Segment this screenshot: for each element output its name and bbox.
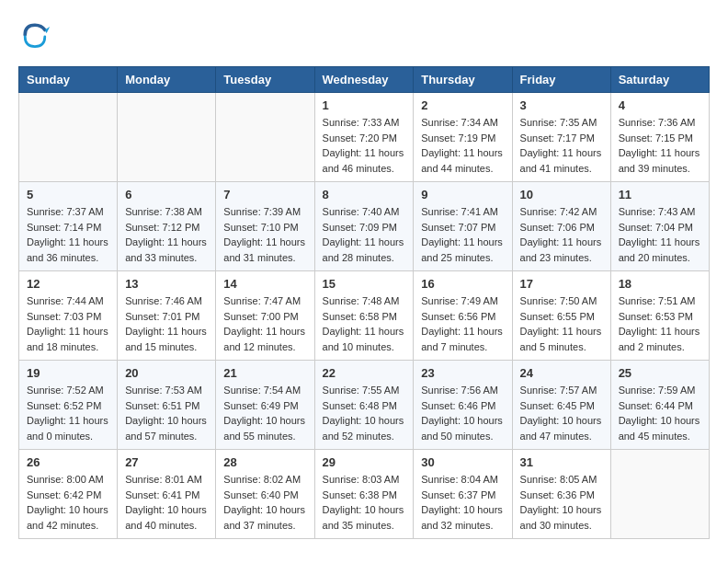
day-number: 6 [125, 188, 208, 201]
calendar-cell: 7Sunrise: 7:39 AMSunset: 7:10 PMDaylight… [216, 182, 314, 271]
sun-info: Sunrise: 7:41 AMSunset: 7:07 PMDaylight:… [421, 204, 504, 265]
day-number: 19 [27, 366, 109, 380]
day-number: 13 [125, 277, 208, 291]
sun-info: Sunrise: 7:57 AMSunset: 6:45 PMDaylight:… [520, 383, 603, 443]
sun-info: Sunrise: 7:42 AMSunset: 7:06 PMDaylight:… [520, 204, 603, 265]
calendar-week-5: 26Sunrise: 8:00 AMSunset: 6:42 PMDayligh… [19, 450, 710, 539]
sun-info: Sunrise: 7:52 AMSunset: 6:52 PMDaylight:… [27, 383, 109, 443]
logo [18, 18, 57, 52]
day-number: 11 [619, 188, 701, 201]
sun-info: Sunrise: 7:43 AMSunset: 7:04 PMDaylight:… [619, 204, 701, 265]
day-number: 21 [223, 366, 306, 380]
calendar-cell: 28Sunrise: 8:02 AMSunset: 6:40 PMDayligh… [216, 450, 314, 539]
day-header-tuesday: Tuesday [216, 67, 314, 93]
day-number: 1 [323, 98, 406, 112]
day-number: 3 [520, 98, 603, 112]
sun-info: Sunrise: 7:35 AMSunset: 7:17 PMDaylight:… [520, 115, 603, 176]
day-header-friday: Friday [512, 67, 610, 93]
sun-info: Sunrise: 7:47 AMSunset: 7:00 PMDaylight:… [223, 293, 306, 354]
calendar-cell: 27Sunrise: 8:01 AMSunset: 6:41 PMDayligh… [118, 450, 216, 539]
calendar-cell [19, 93, 118, 182]
day-number: 17 [520, 277, 603, 291]
sun-info: Sunrise: 7:51 AMSunset: 6:53 PMDaylight:… [619, 293, 701, 354]
day-number: 26 [27, 455, 109, 469]
day-number: 22 [323, 366, 406, 380]
day-header-thursday: Thursday [414, 67, 512, 93]
calendar-cell: 21Sunrise: 7:54 AMSunset: 6:49 PMDayligh… [216, 361, 314, 450]
day-number: 10 [520, 188, 603, 201]
sun-info: Sunrise: 8:05 AMSunset: 6:36 PMDaylight:… [520, 472, 603, 533]
calendar-cell: 30Sunrise: 8:04 AMSunset: 6:37 PMDayligh… [414, 450, 512, 539]
day-number: 31 [520, 455, 603, 469]
day-number: 27 [125, 455, 208, 469]
calendar-cell: 8Sunrise: 7:40 AMSunset: 7:09 PMDaylight… [314, 182, 414, 271]
calendar-cell [610, 450, 709, 539]
sun-info: Sunrise: 7:55 AMSunset: 6:48 PMDaylight:… [323, 383, 406, 443]
sun-info: Sunrise: 7:56 AMSunset: 6:46 PMDaylight:… [421, 383, 504, 443]
calendar-week-3: 12Sunrise: 7:44 AMSunset: 7:03 PMDayligh… [19, 271, 710, 361]
calendar-cell: 12Sunrise: 7:44 AMSunset: 7:03 PMDayligh… [19, 271, 118, 361]
day-number: 24 [520, 366, 603, 380]
sun-info: Sunrise: 8:04 AMSunset: 6:37 PMDaylight:… [421, 472, 504, 533]
calendar-week-2: 5Sunrise: 7:37 AMSunset: 7:14 PMDaylight… [19, 182, 710, 271]
calendar-cell: 11Sunrise: 7:43 AMSunset: 7:04 PMDayligh… [610, 182, 709, 271]
calendar-week-4: 19Sunrise: 7:52 AMSunset: 6:52 PMDayligh… [19, 361, 710, 450]
day-number: 30 [421, 455, 504, 469]
day-number: 7 [223, 188, 306, 201]
sun-info: Sunrise: 8:01 AMSunset: 6:41 PMDaylight:… [125, 472, 208, 533]
sun-info: Sunrise: 7:36 AMSunset: 7:15 PMDaylight:… [619, 115, 701, 176]
calendar-cell: 10Sunrise: 7:42 AMSunset: 7:06 PMDayligh… [512, 182, 610, 271]
day-header-sunday: Sunday [19, 67, 118, 93]
day-number: 28 [223, 455, 306, 469]
sun-info: Sunrise: 7:39 AMSunset: 7:10 PMDaylight:… [223, 204, 306, 265]
calendar-cell: 18Sunrise: 7:51 AMSunset: 6:53 PMDayligh… [610, 271, 709, 361]
calendar-cell: 19Sunrise: 7:52 AMSunset: 6:52 PMDayligh… [19, 361, 118, 450]
calendar-cell: 25Sunrise: 7:59 AMSunset: 6:44 PMDayligh… [610, 361, 709, 450]
calendar-cell: 22Sunrise: 7:55 AMSunset: 6:48 PMDayligh… [314, 361, 414, 450]
sun-info: Sunrise: 7:49 AMSunset: 6:56 PMDaylight:… [421, 293, 504, 354]
sun-info: Sunrise: 8:02 AMSunset: 6:40 PMDaylight:… [223, 472, 306, 533]
page-header [18, 18, 710, 52]
calendar-cell: 17Sunrise: 7:50 AMSunset: 6:55 PMDayligh… [512, 271, 610, 361]
calendar-cell: 16Sunrise: 7:49 AMSunset: 6:56 PMDayligh… [414, 271, 512, 361]
day-header-monday: Monday [118, 67, 216, 93]
calendar-cell: 6Sunrise: 7:38 AMSunset: 7:12 PMDaylight… [118, 182, 216, 271]
day-number: 23 [421, 366, 504, 380]
day-number: 14 [223, 277, 306, 291]
calendar-cell: 26Sunrise: 8:00 AMSunset: 6:42 PMDayligh… [19, 450, 118, 539]
calendar-week-1: 1Sunrise: 7:33 AMSunset: 7:20 PMDaylight… [19, 93, 710, 182]
day-number: 20 [125, 366, 208, 380]
calendar-cell: 14Sunrise: 7:47 AMSunset: 7:00 PMDayligh… [216, 271, 314, 361]
sun-info: Sunrise: 7:54 AMSunset: 6:49 PMDaylight:… [223, 383, 306, 443]
sun-info: Sunrise: 8:03 AMSunset: 6:38 PMDaylight:… [323, 472, 406, 533]
calendar-cell: 13Sunrise: 7:46 AMSunset: 7:01 PMDayligh… [118, 271, 216, 361]
sun-info: Sunrise: 7:50 AMSunset: 6:55 PMDaylight:… [520, 293, 603, 354]
logo-icon [18, 18, 51, 52]
day-number: 12 [27, 277, 109, 291]
calendar-cell: 29Sunrise: 8:03 AMSunset: 6:38 PMDayligh… [314, 450, 414, 539]
day-header-saturday: Saturday [610, 67, 709, 93]
day-header-wednesday: Wednesday [314, 67, 414, 93]
day-number: 18 [619, 277, 701, 291]
calendar-cell: 2Sunrise: 7:34 AMSunset: 7:19 PMDaylight… [414, 93, 512, 182]
sun-info: Sunrise: 7:38 AMSunset: 7:12 PMDaylight:… [125, 204, 208, 265]
sun-info: Sunrise: 7:59 AMSunset: 6:44 PMDaylight:… [619, 383, 701, 443]
calendar-table: SundayMondayTuesdayWednesdayThursdayFrid… [18, 66, 710, 539]
sun-info: Sunrise: 7:44 AMSunset: 7:03 PMDaylight:… [27, 293, 109, 354]
calendar-cell: 3Sunrise: 7:35 AMSunset: 7:17 PMDaylight… [512, 93, 610, 182]
sun-info: Sunrise: 7:34 AMSunset: 7:19 PMDaylight:… [421, 115, 504, 176]
calendar-cell: 15Sunrise: 7:48 AMSunset: 6:58 PMDayligh… [314, 271, 414, 361]
day-number: 25 [619, 366, 701, 380]
sun-info: Sunrise: 7:46 AMSunset: 7:01 PMDaylight:… [125, 293, 208, 354]
sun-info: Sunrise: 8:00 AMSunset: 6:42 PMDaylight:… [27, 472, 109, 533]
calendar-cell: 1Sunrise: 7:33 AMSunset: 7:20 PMDaylight… [314, 93, 414, 182]
day-number: 16 [421, 277, 504, 291]
day-number: 29 [323, 455, 406, 469]
calendar-cell [118, 93, 216, 182]
sun-info: Sunrise: 7:48 AMSunset: 6:58 PMDaylight:… [323, 293, 406, 354]
day-number: 4 [619, 98, 701, 112]
sun-info: Sunrise: 7:33 AMSunset: 7:20 PMDaylight:… [323, 115, 406, 176]
sun-info: Sunrise: 7:40 AMSunset: 7:09 PMDaylight:… [323, 204, 406, 265]
calendar-cell: 31Sunrise: 8:05 AMSunset: 6:36 PMDayligh… [512, 450, 610, 539]
calendar-cell [216, 93, 314, 182]
